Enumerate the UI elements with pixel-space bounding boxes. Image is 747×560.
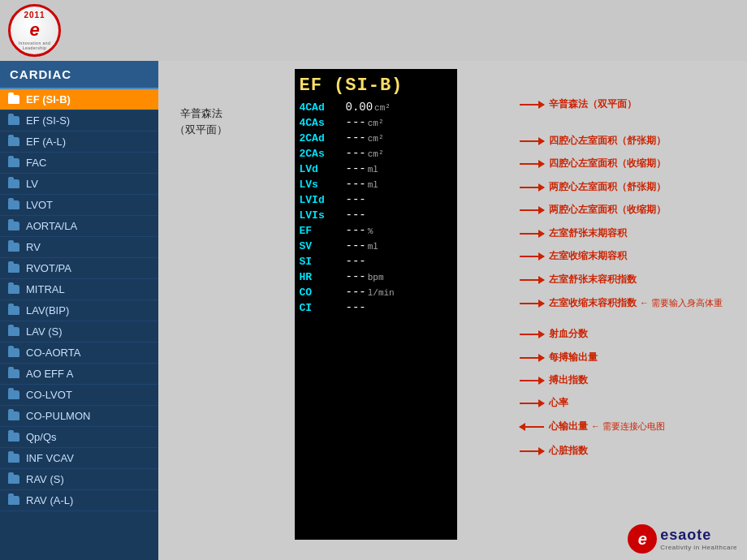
annotation-arrow (520, 233, 544, 235)
sidebar-item-label: RAV (A-L) (26, 494, 73, 506)
annotation-arrow (520, 334, 544, 335)
annotation-arrow (520, 303, 544, 304)
sidebar-item[interactable]: CO-LVOT (0, 385, 158, 406)
sidebar-item[interactable]: LAV(BIP) (0, 300, 158, 321)
sidebar-item-label: EF (SI-S) (26, 114, 70, 127)
sidebar-item-label: RAV (S) (26, 473, 64, 485)
sidebar-item[interactable]: Qp/Qs (0, 427, 158, 448)
annotation-line: 每搏输出量 (520, 351, 747, 364)
sidebar-item-label: AORTA/LA (26, 220, 77, 232)
sidebar-item[interactable]: LAV (S) (0, 321, 158, 342)
display-row-label: CO (300, 286, 344, 299)
display-row: CO---l/min (300, 286, 452, 299)
logo-ring-text: Innovation and Leadership (11, 41, 58, 50)
sidebar-item-label: MITRAL (26, 283, 65, 295)
annotation-line: 心率 (520, 396, 747, 410)
display-row-unit: ml (368, 180, 378, 190)
sidebar-item[interactable]: EF (A-L) (0, 131, 158, 153)
sidebar-item[interactable]: EF (SI-B) (0, 89, 158, 110)
sidebar-item[interactable]: EF (SI-S) (0, 110, 158, 131)
annotation-text: 左室收缩末期容积 (549, 249, 627, 263)
annotation-line: 左室舒张末容积指数 (520, 273, 747, 286)
sidebar-item[interactable]: RAV (S) (0, 469, 158, 490)
display-row: HR---bpm (300, 270, 452, 283)
display-row: EF---% (300, 224, 452, 237)
display-row-value: --- (346, 147, 366, 160)
annotation-line: 心输出量← 需要连接心电图 (520, 420, 747, 433)
display-row-label: CI (300, 302, 344, 314)
sidebar-item-label: LAV(BIP) (26, 304, 69, 317)
sidebar-item[interactable]: CO-PULMON (0, 406, 158, 427)
display-row-unit: cm² (374, 103, 391, 113)
folder-icon (8, 179, 19, 188)
display-row: SI--- (300, 255, 452, 268)
annotation-arrow (520, 256, 544, 257)
folder-icon (8, 327, 19, 336)
annotation-line: 两腔心左室面积（收缩期） (520, 203, 747, 217)
sidebar-item-label: RV (26, 241, 41, 253)
display-row-unit: l/min (368, 288, 395, 298)
display-panel: EF (SI-B) 4CAd0.00cm²4CAs---cm²2CAd---cm… (295, 69, 457, 540)
display-row-label: LVs (300, 179, 344, 191)
sidebar-item[interactable]: RAV (A-L) (0, 490, 158, 511)
sidebar-item-label: EF (SI-B) (26, 93, 71, 106)
sidebar-item-label: Qp/Qs (26, 431, 57, 443)
annotation-note: ← 需要输入身高体重 (640, 297, 723, 309)
annotation-text: 心输出量 (549, 420, 588, 433)
display-title: EF (SI-B) (300, 75, 452, 96)
display-row: LVIs--- (300, 209, 452, 222)
display-row: LVId--- (300, 193, 452, 206)
sidebar-item[interactable]: RV (0, 237, 158, 258)
annotation-text: 搏出指数 (549, 373, 588, 387)
display-row-label: 2CAs (300, 148, 344, 160)
sidebar-item-label: CO-LVOT (26, 389, 72, 401)
annotation-note: ← 需要连接心电图 (591, 420, 665, 433)
annotation-arrow (520, 104, 544, 106)
folder-icon (8, 306, 19, 315)
folder-icon (8, 411, 19, 420)
annotation-text: 辛普森法（双平面） (549, 97, 637, 111)
display-rows: 4CAd0.00cm²4CAs---cm²2CAd---cm²2CAs---cm… (300, 101, 452, 314)
sidebar-item[interactable]: LV (0, 174, 158, 195)
logo-year: 2011 (24, 11, 45, 19)
sidebar-item[interactable]: CO-AORTA (0, 342, 158, 364)
folder-icon (8, 243, 19, 252)
annotation-text: 左室舒张末期容积 (549, 226, 627, 240)
annotation-line: 四腔心左室面积（收缩期） (520, 157, 747, 170)
annotation-line: 左室舒张末期容积 (520, 226, 747, 240)
folder-icon (8, 390, 19, 399)
display-row-label: LVd (300, 163, 344, 175)
annotation-text: 左室舒张末容积指数 (549, 273, 637, 286)
sidebar-item-label: CO-PULMON (26, 410, 90, 422)
annotation-line: 四腔心左室面积（舒张期） (520, 134, 747, 148)
annotation-arrow (520, 279, 544, 281)
display-row: 4CAd0.00cm² (300, 101, 452, 114)
annotation-line: 搏出指数 (520, 373, 747, 387)
sidebar-item-label: CO-AORTA (26, 347, 80, 359)
folder-icon (8, 158, 19, 167)
annotation-text: 四腔心左室面积（收缩期） (549, 157, 666, 170)
annotations-area: 辛普森法（双平面）四腔心左室面积（舒张期）四腔心左室面积（收缩期）两腔心左室面积… (520, 61, 747, 560)
display-row: 4CAs---cm² (300, 116, 452, 129)
sidebar-item[interactable]: MITRAL (0, 279, 158, 300)
center-area: 辛普森法 （双平面） EF (SI-B) 4CAd0.00cm²4CAs---c… (158, 61, 520, 560)
logo-e-letter: e (29, 19, 39, 41)
sidebar-item[interactable]: LVOT (0, 195, 158, 216)
sidebar-item[interactable]: INF VCAV (0, 448, 158, 469)
annotation-arrow (520, 163, 544, 165)
annotation-arrow (520, 450, 544, 452)
display-row-label: 2CAd (300, 132, 344, 144)
display-row-unit: cm² (368, 149, 384, 159)
annotation-text: 四腔心左室面积（舒张期） (549, 134, 666, 148)
sidebar: CARDIAC EF (SI-B)EF (SI-S)EF (A-L)FACLVL… (0, 61, 158, 560)
sidebar-item[interactable]: RVOT/PA (0, 258, 158, 279)
folder-icon (8, 200, 19, 209)
sidebar-item-label: FAC (26, 157, 46, 169)
display-row-value: --- (346, 162, 366, 175)
sidebar-item[interactable]: FAC (0, 153, 158, 174)
sidebar-item-label: LAV (S) (26, 325, 63, 338)
sidebar-item[interactable]: AORTA/LA (0, 216, 158, 237)
display-row-value: --- (346, 116, 366, 129)
annotation-text: 心脏指数 (549, 444, 588, 458)
sidebar-item[interactable]: AO EFF A (0, 364, 158, 385)
